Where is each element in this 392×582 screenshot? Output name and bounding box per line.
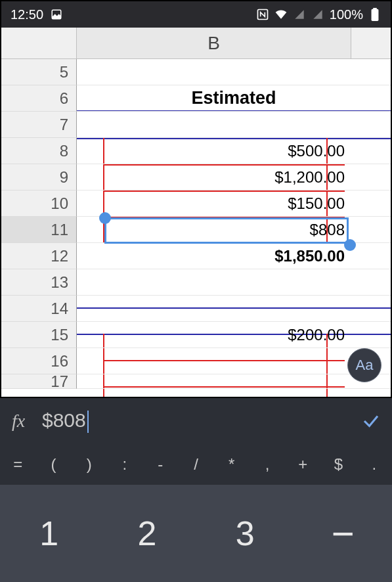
cell[interactable] [77,374,391,389]
battery-text: 100% [330,7,363,22]
sheet-body[interactable]: 5 6Estimated 7 8$500.00 9$1,200.00 10$15… [1,59,391,389]
cell[interactable]: $1,850.00 [77,243,391,269]
row-header[interactable]: 14 [1,296,77,322]
formula-bar: fx $808 [0,397,392,444]
key-3[interactable]: 3 [196,485,294,582]
key-star[interactable]: * [214,455,250,474]
row-header[interactable]: 9 [1,164,77,190]
key-lparen[interactable]: ( [35,455,71,474]
key-slash[interactable]: / [178,455,213,474]
row-header[interactable]: 12 [1,243,77,269]
selection-handle-tl[interactable] [99,212,111,224]
row-header[interactable]: 5 [1,59,77,85]
wifi-icon [274,8,288,21]
row-header[interactable]: 17 [1,374,77,389]
nfc-icon [256,8,269,21]
key-dollar[interactable]: $ [320,455,356,474]
confirm-button[interactable] [350,398,392,444]
cell[interactable] [77,112,391,138]
cell[interactable]: $200.00 [77,322,391,348]
key-2[interactable]: 2 [98,485,196,582]
column-header-b[interactable]: B [77,28,351,58]
row-header[interactable]: 10 [1,190,77,217]
selection-box[interactable] [104,217,349,244]
row-header[interactable]: 8 [1,138,77,164]
row-header[interactable]: 15 [1,322,77,348]
cell[interactable]: $1,200.00 [77,164,391,190]
status-time: 12:50 [11,7,43,22]
symbol-key-row: = ( ) : - / * , + $ . [0,444,392,485]
svg-rect-2 [372,9,379,21]
row-header[interactable]: 6 [1,85,77,112]
corner-cell[interactable] [1,28,77,58]
cell[interactable] [77,59,391,85]
key-period[interactable]: . [357,455,392,474]
cell[interactable]: $500.00 [77,138,391,164]
svg-rect-3 [373,8,376,10]
text-cursor [87,411,89,433]
row-header[interactable]: 11 [1,217,77,243]
format-text-icon: Aa [356,357,374,374]
cell[interactable]: $150.00 [77,190,391,217]
cell[interactable] [77,296,391,322]
column-header-row: B [1,28,391,59]
format-text-fab[interactable]: Aa [347,348,381,382]
battery-icon [368,8,381,21]
key-1[interactable]: 1 [0,485,98,582]
fx-icon[interactable]: fx [0,411,37,432]
key-colon[interactable]: : [107,455,142,474]
selection-handle-br[interactable] [344,239,356,251]
status-bar: 12:50 100% [1,1,391,28]
image-icon [50,8,63,21]
key-comma[interactable]: , [250,455,285,474]
row-header[interactable]: 13 [1,269,77,296]
row-header[interactable]: 7 [1,112,77,138]
key-equals[interactable]: = [0,455,35,474]
sim2-icon [311,8,324,21]
key-rparen[interactable]: ) [72,455,107,474]
key-minus[interactable]: − [294,485,392,582]
key-plus[interactable]: + [285,455,320,474]
cell[interactable] [77,269,391,296]
cell[interactable]: Estimated [77,85,391,112]
key-dash[interactable]: - [142,455,178,474]
cell[interactable] [77,348,391,374]
formula-value: $808 [42,409,86,431]
numeric-keypad: 1 2 3 − [0,485,392,582]
column-header-tail [351,28,391,58]
sim1-icon [293,8,306,21]
row-header[interactable]: 16 [1,348,77,374]
formula-input[interactable]: $808 [37,409,350,433]
